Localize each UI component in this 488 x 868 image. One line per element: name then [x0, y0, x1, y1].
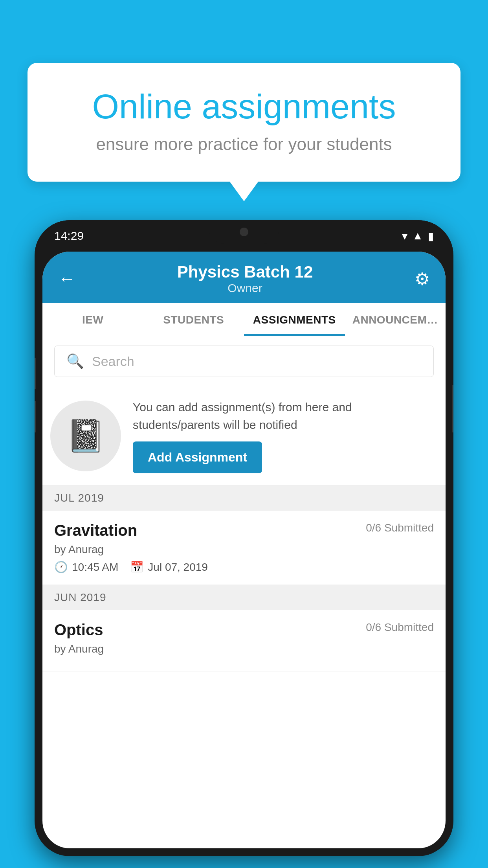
- status-bar: 14:29 ▾ ▲ ▮: [35, 220, 453, 252]
- header-center: Physics Batch 12 Owner: [177, 263, 313, 295]
- settings-icon[interactable]: ⚙: [415, 269, 430, 289]
- phone-frame: 14:29 ▾ ▲ ▮ ← Physics Batch 12 Owner ⚙ I…: [35, 220, 453, 856]
- tab-students[interactable]: STUDENTS: [143, 303, 244, 336]
- assignment-name-optics: Optics: [54, 621, 103, 639]
- header-subtitle: Owner: [177, 281, 313, 295]
- screen: ← Physics Batch 12 Owner ⚙ IEW STUDENTS …: [42, 252, 446, 848]
- power-button[interactable]: [452, 385, 453, 432]
- volume-down-button[interactable]: [35, 401, 36, 432]
- search-icon: 🔍: [66, 353, 84, 370]
- notch-cutout: [209, 220, 279, 244]
- assignment-item-gravitation[interactable]: Gravitation 0/6 Submitted by Anurag 🕐 10…: [42, 511, 446, 585]
- tabs-bar: IEW STUDENTS ASSIGNMENTS ANNOUNCEM…: [42, 303, 446, 336]
- bubble-title: Online assignments: [59, 86, 429, 127]
- assignment-submitted: 0/6 Submitted: [366, 522, 434, 534]
- back-button[interactable]: ←: [58, 269, 75, 289]
- promo-right: You can add assignment(s) from here and …: [133, 398, 434, 473]
- tab-assignments[interactable]: ASSIGNMENTS: [244, 303, 345, 336]
- search-container: 🔍 Search: [42, 336, 446, 386]
- speech-bubble: Online assignments ensure more practice …: [28, 63, 460, 182]
- signal-icon: ▲: [412, 230, 423, 242]
- assignment-by: by Anurag: [54, 543, 434, 556]
- status-icons: ▾ ▲ ▮: [402, 230, 434, 243]
- app-header: ← Physics Batch 12 Owner ⚙: [42, 252, 446, 303]
- assignment-time: 🕐 10:45 AM: [54, 561, 118, 574]
- promo-text: You can add assignment(s) from here and …: [133, 398, 434, 434]
- date-value: Jul 07, 2019: [148, 561, 208, 574]
- assignment-icon: 📓: [50, 401, 121, 471]
- assignment-name: Gravitation: [54, 522, 137, 539]
- search-input[interactable]: Search: [92, 354, 134, 369]
- month-label-jun: JUN 2019: [54, 591, 106, 603]
- assignment-top: Gravitation 0/6 Submitted: [54, 522, 434, 539]
- camera-dot: [240, 228, 248, 236]
- tab-iew[interactable]: IEW: [42, 303, 143, 336]
- assignment-date: 📅 Jul 07, 2019: [130, 561, 208, 574]
- battery-icon: ▮: [428, 230, 434, 243]
- tab-announcements[interactable]: ANNOUNCEM…: [345, 303, 446, 336]
- month-label-jul: JUL 2019: [54, 492, 104, 504]
- assignment-meta: 🕐 10:45 AM 📅 Jul 07, 2019: [54, 561, 434, 574]
- assignment-promo: 📓 You can add assignment(s) from here an…: [42, 386, 446, 485]
- search-bar[interactable]: 🔍 Search: [54, 346, 434, 377]
- clock-icon: 🕐: [54, 561, 68, 574]
- wifi-icon: ▾: [402, 230, 407, 243]
- calendar-icon: 📅: [130, 561, 144, 574]
- bubble-subtitle: ensure more practice for your students: [59, 134, 429, 154]
- assignment-by-optics: by Anurag: [54, 643, 434, 655]
- volume-up-button[interactable]: [35, 358, 36, 389]
- header-title: Physics Batch 12: [177, 263, 313, 281]
- add-assignment-button[interactable]: Add Assignment: [133, 441, 262, 473]
- assignment-top-optics: Optics 0/6 Submitted: [54, 621, 434, 639]
- status-time: 14:29: [54, 229, 84, 243]
- assignment-submitted-optics: 0/6 Submitted: [366, 621, 434, 634]
- month-section-jun: JUN 2019: [42, 585, 446, 610]
- month-section-jul: JUL 2019: [42, 485, 446, 511]
- assignment-item-optics[interactable]: Optics 0/6 Submitted by Anurag: [42, 610, 446, 671]
- time-value: 10:45 AM: [72, 561, 118, 574]
